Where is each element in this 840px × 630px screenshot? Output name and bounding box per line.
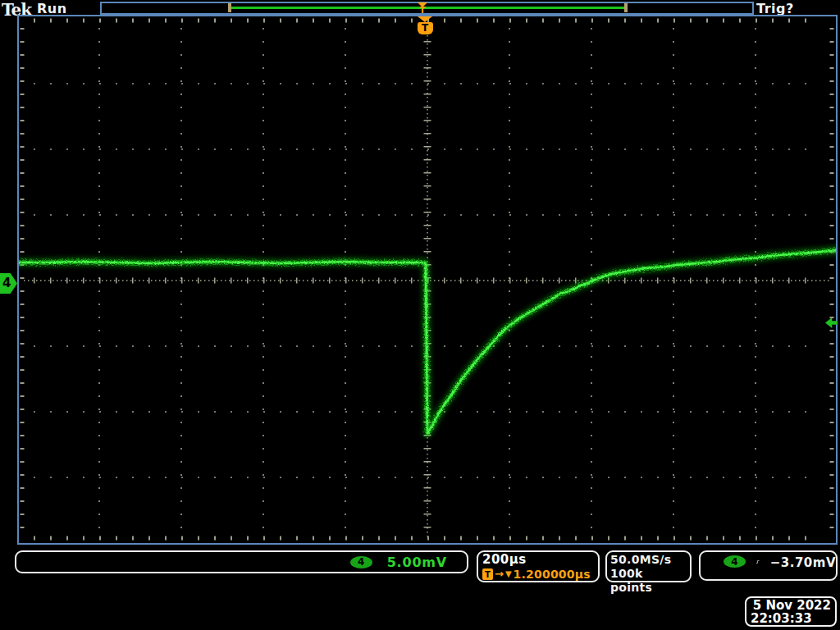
readout-horizontal[interactable]: 200µs T → ▼ 1.200000µs bbox=[477, 550, 600, 582]
channel-scale: 5.00mV bbox=[387, 555, 447, 570]
trigger-delay-value: 1.200000µs bbox=[514, 568, 591, 581]
trigger-flag-label: T bbox=[418, 22, 433, 34]
graticule bbox=[17, 15, 838, 545]
record-position-bar[interactable]: T bbox=[100, 2, 754, 15]
sample-rate: 50.0MS/s bbox=[610, 553, 687, 567]
trigger-t-icon: T bbox=[482, 568, 493, 580]
time: 22:03:33 bbox=[751, 612, 831, 625]
window-bracket-right bbox=[624, 3, 628, 12]
readout-trigger[interactable]: 4 −3.70mV bbox=[699, 550, 838, 581]
bar-trigger-position-marker[interactable]: T bbox=[416, 2, 429, 14]
record-length: 100k points bbox=[610, 567, 687, 595]
trigger-t-label: T bbox=[416, 7, 429, 14]
horizontal-scale: 200µs bbox=[482, 553, 594, 567]
arrow-right-icon: → bbox=[495, 568, 504, 580]
trigger-position-flag[interactable]: T bbox=[417, 16, 433, 34]
date: 5 Nov 2022 bbox=[751, 599, 831, 612]
trigger-source-badge: 4 bbox=[724, 555, 746, 568]
readout-channel-4[interactable]: 4 5.00mV bbox=[15, 550, 468, 573]
oscilloscope-screen: Tek Run Trig? T bbox=[0, 0, 840, 630]
window-bracket-left bbox=[228, 3, 231, 12]
trigger-level: −3.70mV bbox=[770, 555, 836, 570]
channel-4-marker[interactable]: 4 bbox=[0, 273, 17, 294]
readout-acquisition[interactable]: 50.0MS/s 100k points bbox=[605, 550, 692, 582]
rising-edge-icon bbox=[756, 555, 760, 568]
delay-triangle-icon: ▼ bbox=[505, 568, 512, 580]
channel-4-badge: 4 bbox=[350, 556, 372, 568]
trigger-delay-line: T → ▼ 1.200000µs bbox=[482, 568, 594, 581]
datetime-box: 5 Nov 2022 22:03:33 bbox=[745, 596, 837, 627]
trigger-flag-arrow-icon bbox=[418, 16, 432, 22]
